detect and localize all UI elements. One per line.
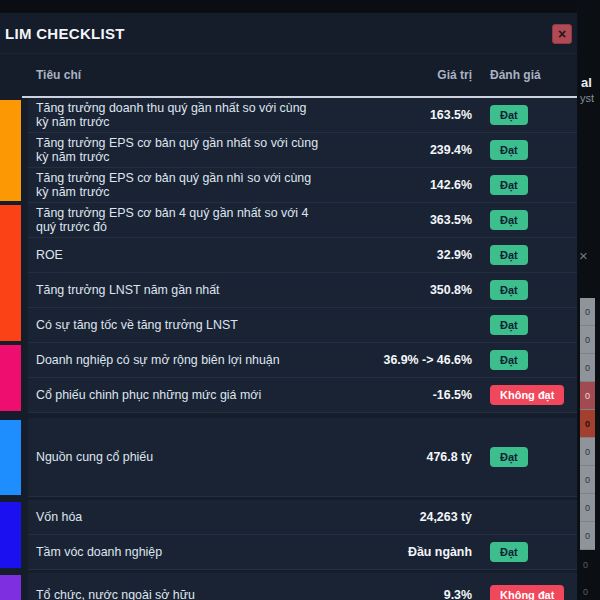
checklist-row: Tổ chức, nước ngoài sở hữu9.3%Không đạt: [28, 573, 577, 600]
criteria-label: Tăng trưởng LNST năm gần nhất: [28, 283, 322, 297]
pass-badge: Đạt: [490, 105, 528, 125]
checklist-group: Tăng trưởng EPS cơ bản 4 quý gần nhất so…: [0, 203, 577, 343]
criteria-value: 363.5%: [322, 213, 472, 227]
category-color-bar: [0, 502, 21, 568]
category-color-bar: [0, 575, 21, 600]
criteria-value: 9.3%: [322, 588, 472, 600]
rating-cell: Đạt: [472, 350, 577, 370]
criteria-label: Tăng trưởng doanh thu quý gần nhất so vớ…: [28, 101, 322, 129]
modal-titlebar: LIM CHECKLIST ×: [0, 13, 577, 54]
checklist-modal: LIM CHECKLIST × Tiêu chí Giá trị Đánh gi…: [0, 13, 577, 600]
background-close-icon: ×: [579, 248, 588, 263]
checklist-group: Tăng trưởng doanh thu quý gần nhất so vớ…: [0, 98, 577, 203]
checklist-row: Tầm vóc doanh nghiệpĐầu ngànhĐạt: [28, 535, 577, 570]
background-cell: 0: [580, 410, 595, 438]
close-button[interactable]: ×: [552, 24, 572, 44]
rating-cell: Đạt: [472, 447, 577, 467]
rating-cell: Đạt: [472, 280, 577, 300]
background-cell-faint: 0: [583, 560, 588, 570]
fail-badge: Không đạt: [490, 385, 564, 405]
pass-badge: Đạt: [490, 315, 528, 335]
criteria-label: Tăng trưởng EPS cơ bản quý gần nhì so vớ…: [28, 171, 322, 199]
criteria-label: Nguồn cung cổ phiếu: [28, 450, 322, 464]
checklist-row: Nguồn cung cổ phiếu476.8 tỷĐạt: [28, 418, 577, 497]
checklist-row: Tăng trưởng doanh thu quý gần nhất so vớ…: [28, 98, 577, 133]
background-cell: 0: [580, 298, 595, 326]
criteria-label: ROE: [28, 248, 322, 262]
background-text-fragment: al: [581, 75, 592, 90]
criteria-label: Tăng trưởng EPS cơ bản 4 quý gần nhất so…: [28, 206, 322, 234]
checklist-group: Doanh nghiệp có sự mở rộng biên lợi nhuậ…: [0, 343, 577, 413]
checklist-row: Cổ phiếu chinh phục những mức giá mới-16…: [28, 378, 577, 413]
modal-title: LIM CHECKLIST: [5, 25, 125, 42]
criteria-value: 476.8 tỷ: [322, 450, 472, 464]
checklist-row: Tăng trưởng EPS cơ bản quý gần nhất so v…: [28, 133, 577, 168]
background-cell: 0: [580, 326, 595, 354]
pass-badge: Đạt: [490, 350, 528, 370]
category-color-bar: [0, 345, 21, 411]
background-cell: 0: [580, 494, 595, 522]
criteria-label: Vốn hóa: [28, 510, 322, 524]
checklist-row: Doanh nghiệp có sự mở rộng biên lợi nhuậ…: [28, 343, 577, 378]
background-cell: 0: [580, 522, 595, 550]
pass-badge: Đạt: [490, 175, 528, 195]
pass-badge: Đạt: [490, 447, 528, 467]
category-color-bar: [0, 205, 21, 341]
criteria-value: 350.8%: [322, 283, 472, 297]
criteria-value: 239.4%: [322, 143, 472, 157]
checklist-group: Nguồn cung cổ phiếu476.8 tỷĐạt: [0, 418, 577, 497]
fail-badge: Không đạt: [490, 585, 564, 600]
checklist-group: Tổ chức, nước ngoài sở hữu9.3%Không đạt: [0, 573, 577, 600]
background-cell: 0: [580, 466, 595, 494]
background-cell: 0: [580, 354, 595, 382]
criteria-label: Tầm vóc doanh nghiệp: [28, 545, 322, 559]
pass-badge: Đạt: [490, 542, 528, 562]
rating-cell: Đạt: [472, 140, 577, 160]
column-header-criteria: Tiêu chí: [22, 68, 322, 82]
pass-badge: Đạt: [490, 245, 528, 265]
checklist-row: Tăng trưởng EPS cơ bản 4 quý gần nhất so…: [28, 203, 577, 238]
criteria-value: -16.5%: [322, 388, 472, 402]
rating-cell: Đạt: [472, 315, 577, 335]
background-cell-faint: 0: [583, 587, 588, 597]
rating-cell: Đạt: [472, 542, 577, 562]
background-page-strip: al yst × 000000000 00: [577, 0, 600, 600]
pass-badge: Đạt: [490, 280, 528, 300]
criteria-label: Có sự tăng tốc về tăng trưởng LNST: [28, 318, 322, 332]
table-header: Tiêu chí Giá trị Đánh giá: [22, 54, 577, 98]
column-header-value: Giá trị: [322, 68, 472, 82]
category-color-bar: [0, 420, 21, 495]
criteria-label: Doanh nghiệp có sự mở rộng biên lợi nhuậ…: [28, 353, 322, 367]
checklist-row: ROE32.9%Đạt: [28, 238, 577, 273]
criteria-label: Tăng trưởng EPS cơ bản quý gần nhất so v…: [28, 136, 322, 164]
criteria-value: 36.9% -> 46.6%: [322, 353, 472, 367]
criteria-label: Tổ chức, nước ngoài sở hữu: [28, 588, 322, 600]
background-cell: 0: [580, 438, 595, 466]
column-header-rating: Đánh giá: [472, 68, 577, 82]
criteria-value: Đầu ngành: [322, 545, 472, 559]
checklist-row: Vốn hóa24,263 tỷ: [28, 500, 577, 535]
category-color-bar: [0, 100, 21, 201]
pass-badge: Đạt: [490, 140, 528, 160]
criteria-value: 24,263 tỷ: [322, 510, 472, 524]
rating-cell: Đạt: [472, 245, 577, 265]
rating-cell: Đạt: [472, 175, 577, 195]
criteria-value: 163.5%: [322, 108, 472, 122]
checklist-row: Tăng trưởng EPS cơ bản quý gần nhì so vớ…: [28, 168, 577, 203]
rating-cell: Không đạt: [472, 585, 577, 600]
criteria-value: 32.9%: [322, 248, 472, 262]
background-text-fragment-2: yst: [580, 92, 594, 104]
checklist-row: Có sự tăng tốc về tăng trưởng LNSTĐạt: [28, 308, 577, 343]
checklist-group: Vốn hóa24,263 tỷTầm vóc doanh nghiệpĐầu …: [0, 500, 577, 570]
close-icon: ×: [558, 27, 566, 41]
rating-cell: Không đạt: [472, 385, 577, 405]
pass-badge: Đạt: [490, 210, 528, 230]
checklist-groups: Tăng trưởng doanh thu quý gần nhất so vớ…: [0, 98, 577, 600]
background-table-column: 000000000: [580, 298, 595, 550]
criteria-value: 142.6%: [322, 178, 472, 192]
background-cell: 0: [580, 382, 595, 410]
criteria-label: Cổ phiếu chinh phục những mức giá mới: [28, 388, 322, 402]
rating-cell: Đạt: [472, 210, 577, 230]
rating-cell: Đạt: [472, 105, 577, 125]
checklist-row: Tăng trưởng LNST năm gần nhất350.8%Đạt: [28, 273, 577, 308]
